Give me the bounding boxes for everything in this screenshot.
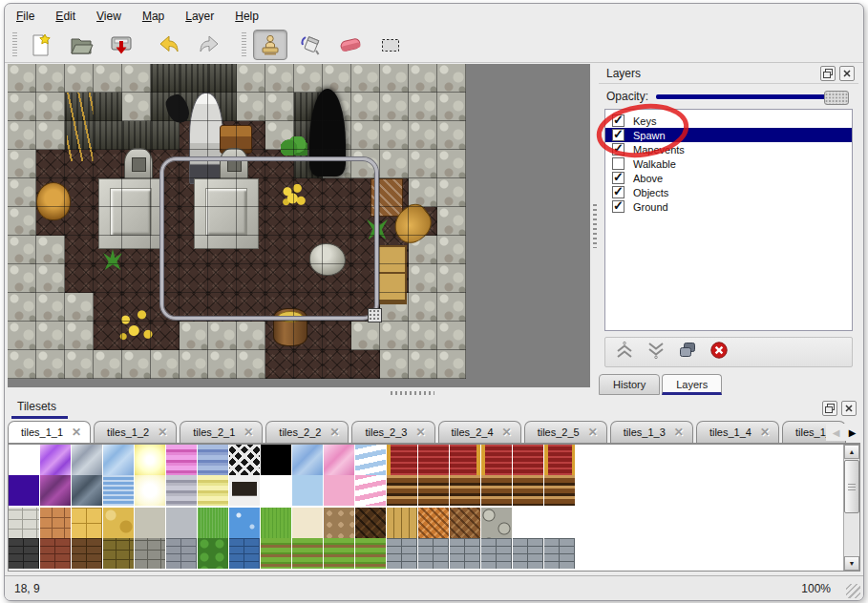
close-dock-icon[interactable] — [841, 401, 857, 416]
layer-row-keys[interactable]: Keys — [605, 114, 852, 128]
map-canvas[interactable] — [8, 64, 590, 387]
float-dock-icon[interactable] — [822, 401, 837, 416]
tile-shingles-dark[interactable] — [355, 508, 387, 538]
delete-layer-button[interactable] — [708, 342, 730, 363]
resize-grip[interactable] — [846, 584, 860, 598]
close-tab-icon[interactable]: ✕ — [243, 426, 253, 439]
tile-glow-yellow[interactable] — [135, 445, 166, 475]
tile-stone-gray[interactable] — [135, 538, 166, 569]
menu-map[interactable]: Map — [142, 10, 164, 23]
layer-row-ground[interactable]: Ground — [605, 199, 852, 214]
layer-visibility-checkbox[interactable] — [612, 186, 625, 198]
tile-carpet-brown[interactable] — [544, 475, 576, 506]
tile-banner-blue[interactable] — [355, 445, 387, 475]
tile-brick-stone[interactable] — [387, 538, 418, 569]
tile-brick-red[interactable] — [40, 538, 72, 569]
tile-brick-dark[interactable] — [9, 538, 40, 569]
redo-button[interactable] — [192, 30, 226, 60]
tile-stone-olive[interactable] — [103, 538, 135, 569]
layer-row-mapevents[interactable]: Mapevents — [605, 142, 852, 156]
tile-stripes-blue[interactable] — [198, 445, 229, 475]
tile-carpet-brown[interactable] — [481, 475, 513, 506]
tile-grass-rows[interactable] — [324, 538, 355, 569]
tileset-palette[interactable]: ▲ ▼ — [8, 444, 860, 572]
tile-water-sparkle[interactable] — [229, 508, 261, 538]
tile-empty[interactable] — [261, 475, 292, 506]
scroll-up-icon[interactable]: ▲ — [844, 445, 859, 459]
tileset-tab-tiles_2_4[interactable]: tiles_2_4✕ — [438, 421, 521, 443]
tile-grass[interactable] — [198, 508, 229, 538]
tile-dirt-pebble[interactable] — [324, 508, 355, 538]
layer-visibility-checkbox[interactable] — [612, 114, 625, 127]
layer-visibility-checkbox[interactable] — [612, 172, 625, 184]
tile-grass-rows[interactable] — [261, 538, 292, 569]
tile-grass-rows[interactable] — [292, 538, 324, 569]
close-tab-icon[interactable]: ✕ — [760, 426, 770, 439]
tile-stripes-yellow[interactable] — [198, 475, 229, 506]
layer-row-spawn[interactable]: Spawn — [605, 128, 852, 142]
open-button[interactable] — [64, 30, 98, 60]
close-tab-icon[interactable]: ✕ — [674, 426, 684, 439]
tileset-tab-tiles_1_3[interactable]: tiles_1_3✕ — [610, 421, 693, 443]
undo-button[interactable] — [152, 30, 186, 60]
tile-planks-tan[interactable] — [387, 508, 418, 538]
layer-row-objects[interactable]: Objects — [605, 185, 852, 199]
tile-plaque[interactable] — [229, 475, 261, 506]
close-dock-icon[interactable] — [839, 66, 855, 81]
fill-button[interactable] — [293, 30, 328, 60]
layer-visibility-checkbox[interactable] — [612, 143, 625, 156]
tile-basket-weave[interactable] — [418, 508, 450, 538]
select-button[interactable] — [373, 30, 408, 60]
menu-help[interactable]: Help — [235, 10, 259, 23]
scroll-left-icon[interactable]: ◀ — [830, 424, 842, 441]
tab-layers[interactable]: Layers — [662, 374, 722, 395]
tile-indigo[interactable] — [9, 475, 40, 506]
tile-glow-pale[interactable] — [135, 475, 166, 506]
tile-herringbone[interactable] — [450, 508, 481, 538]
opacity-slider[interactable] — [656, 90, 849, 103]
tile-stripes-pink[interactable] — [166, 445, 198, 475]
tile-carpet-red-l[interactable] — [481, 445, 513, 475]
new-button[interactable] — [24, 30, 58, 60]
save-button[interactable] — [104, 30, 138, 60]
float-dock-icon[interactable] — [820, 66, 836, 81]
close-tab-icon[interactable]: ✕ — [329, 426, 339, 439]
tile-pink-light[interactable] — [324, 475, 355, 506]
tile-lattice[interactable] — [229, 445, 261, 475]
tile-carpet-red-r[interactable] — [450, 445, 481, 475]
stamp-button[interactable] — [253, 30, 287, 60]
close-tab-icon[interactable]: ✕ — [588, 426, 598, 439]
layer-row-walkable[interactable]: Walkable — [605, 156, 852, 171]
tile-crystal-gray[interactable] — [72, 445, 103, 475]
tile-crystal-purple-dark[interactable] — [40, 475, 72, 506]
tile-crystal-gray-dark[interactable] — [72, 475, 103, 506]
tile-brick-gray[interactable] — [166, 538, 198, 569]
tile-blue-light[interactable] — [292, 475, 324, 506]
layer-visibility-checkbox[interactable] — [612, 129, 625, 141]
close-tab-icon[interactable]: ✕ — [72, 426, 81, 439]
scroll-right-icon[interactable]: ▶ — [846, 424, 858, 441]
menu-layer[interactable]: Layer — [185, 10, 214, 23]
menu-file[interactable]: File — [16, 10, 34, 23]
tile-carpet-brown[interactable] — [387, 475, 418, 506]
tile-flagstone-orange[interactable] — [40, 508, 72, 538]
tile-brick-brown[interactable] — [72, 538, 103, 569]
tileset-tab-tiles_1_1[interactable]: tiles_1_1✕ — [8, 421, 91, 443]
tile-carpet-red-lr[interactable] — [544, 445, 576, 475]
tile-crystal-purple[interactable] — [40, 445, 72, 475]
tile-hedge[interactable] — [198, 538, 229, 569]
tile-black[interactable] — [261, 445, 292, 475]
tile-tile-yellow[interactable] — [72, 508, 103, 538]
tile-brick-stone[interactable] — [544, 538, 576, 569]
close-tab-icon[interactable]: ✕ — [502, 426, 512, 439]
tile-crystal-blue[interactable] — [103, 445, 135, 475]
selection-rectangle[interactable] — [160, 157, 378, 320]
tile-water-blue[interactable] — [103, 475, 135, 506]
close-tab-icon[interactable]: ✕ — [415, 426, 425, 439]
close-tab-icon[interactable]: ✕ — [158, 426, 167, 439]
tile-grass2[interactable] — [261, 508, 292, 538]
palette-scrollbar[interactable]: ▲ ▼ — [843, 445, 859, 571]
tile-sand[interactable] — [292, 508, 324, 538]
lower-layer-button[interactable] — [645, 342, 667, 363]
eraser-button[interactable] — [333, 30, 368, 60]
